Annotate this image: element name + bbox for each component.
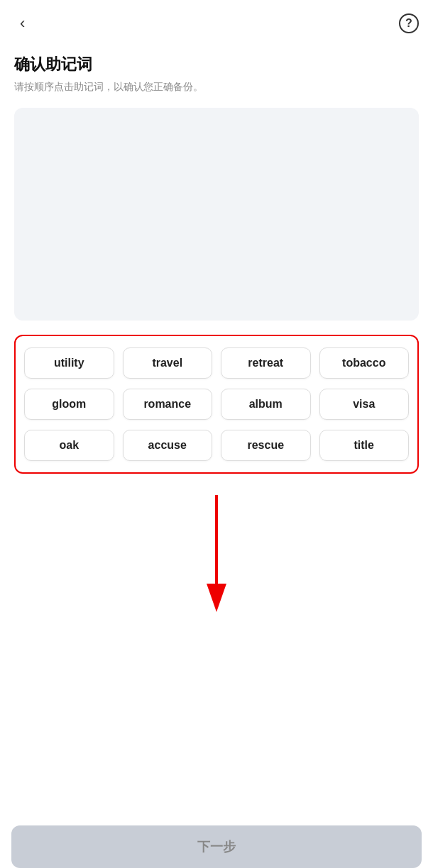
back-button[interactable]: ‹ (14, 11, 31, 35)
word-chip[interactable]: travel (123, 347, 213, 379)
next-button-container: 下一步 (0, 825, 433, 868)
word-chip[interactable]: oak (24, 430, 114, 461)
top-navigation: ‹ ? (0, 0, 433, 47)
word-chip[interactable]: retreat (221, 347, 311, 379)
word-chip[interactable]: tobacco (319, 347, 410, 379)
word-grid-container: utilitytravelretreattobaccogloomromancea… (14, 335, 419, 474)
word-chip[interactable]: title (319, 430, 410, 461)
page-title: 确认助记词 (14, 54, 419, 75)
next-button[interactable]: 下一步 (11, 825, 422, 868)
page-subtitle: 请按顺序点击助记词，以确认您正确备份。 (14, 81, 419, 94)
help-button[interactable]: ? (399, 13, 419, 33)
page-content: 确认助记词 请按顺序点击助记词，以确认您正确备份。 utilitytravelr… (0, 47, 433, 474)
word-chip[interactable]: romance (123, 389, 213, 420)
word-chip[interactable]: rescue (221, 430, 311, 461)
word-display-area (14, 108, 419, 321)
word-chip[interactable]: album (221, 389, 311, 420)
arrow-icon (188, 488, 245, 616)
word-chip[interactable]: visa (319, 389, 410, 420)
word-grid: utilitytravelretreattobaccogloomromancea… (24, 347, 409, 461)
word-chip[interactable]: utility (24, 347, 114, 379)
word-chip[interactable]: accuse (123, 430, 213, 461)
word-chip[interactable]: gloom (24, 389, 114, 420)
arrow-area (0, 488, 433, 616)
